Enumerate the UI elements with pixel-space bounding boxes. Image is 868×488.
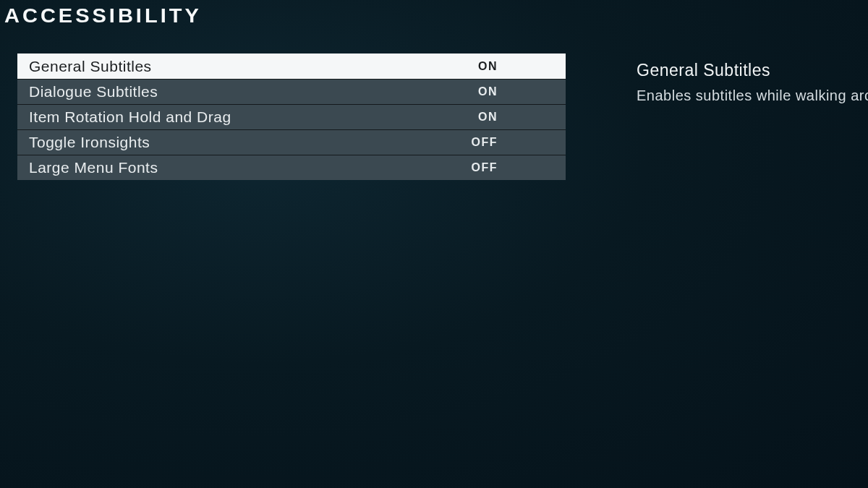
option-value: OFF: [472, 136, 555, 149]
option-label: Dialogue Subtitles: [29, 83, 158, 100]
option-dialogue-subtitles[interactable]: Dialogue Subtitles ON: [17, 79, 566, 104]
option-value: ON: [478, 111, 554, 124]
page-title: ACCESSIBILITY: [0, 1, 868, 27]
option-label: Large Menu Fonts: [29, 159, 158, 176]
option-value: OFF: [472, 161, 555, 174]
detail-panel: General Subtitles Enables subtitles whil…: [637, 61, 868, 104]
option-label: General Subtitles: [29, 58, 152, 75]
option-large-menu-fonts[interactable]: Large Menu Fonts OFF: [17, 155, 566, 180]
detail-title: General Subtitles: [637, 61, 868, 80]
option-toggle-ironsights[interactable]: Toggle Ironsights OFF: [17, 129, 566, 155]
detail-description: Enables subtitles while walking aro: [637, 87, 868, 104]
options-list: General Subtitles ON Dialogue Subtitles …: [17, 53, 566, 180]
option-item-rotation[interactable]: Item Rotation Hold and Drag ON: [17, 104, 566, 129]
option-value: ON: [478, 85, 554, 98]
option-general-subtitles[interactable]: General Subtitles ON: [17, 53, 566, 79]
option-value: ON: [478, 60, 554, 73]
option-label: Item Rotation Hold and Drag: [29, 108, 231, 126]
content-area: General Subtitles ON Dialogue Subtitles …: [17, 53, 868, 488]
option-label: Toggle Ironsights: [29, 134, 150, 151]
